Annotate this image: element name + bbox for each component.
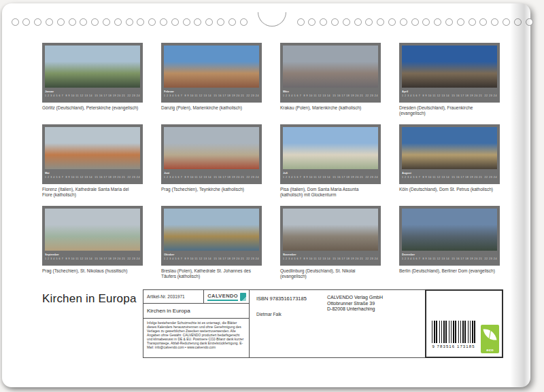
photo-frame: Juni1 2 3 4 5 6 7 8 9 10 11 12 13 14 15 … — [161, 124, 262, 184]
photo-frame: Dezember1 2 3 4 5 6 7 8 9 10 11 12 13 14… — [399, 206, 500, 266]
photo-caption: Prag (Tschechien), Teynkirche (katholisc… — [161, 187, 262, 192]
mini-calendar-days: 1 2 3 4 5 6 7 8 9 10 11 12 13 14 15 16 1… — [402, 94, 497, 98]
punch-hole — [422, 18, 430, 26]
month-label: April — [402, 90, 497, 93]
month-photo — [45, 127, 140, 169]
photo-caption: Dresden (Deutschland), Frauenkirche (eva… — [399, 105, 500, 115]
month-photo — [402, 127, 497, 169]
artikel-row: Artikel-Nr. 2031971 CALVENDO — [143, 290, 249, 304]
month-photo — [283, 127, 378, 169]
photo-frame: Juli1 2 3 4 5 6 7 8 9 10 11 12 13 14 15 … — [280, 124, 381, 184]
punch-hole — [388, 18, 396, 26]
punch-hole — [526, 18, 533, 26]
month-label: August — [402, 171, 497, 175]
photo-frame: April1 2 3 4 5 6 7 8 9 10 11 12 13 14 15… — [399, 43, 500, 103]
photo-caption: Prag (Tschechien), St. Nikolaus (hussiti… — [42, 268, 143, 274]
info-box-left: Artikel-Nr. 2031971 CALVENDO Kirchen in … — [143, 289, 250, 358]
calendar-thumbnail: Oktober1 2 3 4 5 6 7 8 9 10 11 12 13 14 … — [161, 206, 262, 287]
punch-hole — [205, 18, 213, 26]
month-label: Juli — [283, 171, 378, 175]
barcode-number: 9 783516 173185 — [428, 344, 479, 349]
month-photo — [283, 46, 378, 88]
punch-hole — [137, 18, 144, 26]
mini-calendar-days: 1 2 3 4 5 6 7 8 9 10 11 12 13 14 15 16 1… — [283, 257, 378, 261]
publisher-name: CALVENDO Verlag GmbH — [327, 295, 383, 301]
punch-hole — [320, 18, 327, 26]
mini-calendar-days: 1 2 3 4 5 6 7 8 9 10 11 12 13 14 15 16 1… — [402, 257, 497, 261]
photo-frame: November1 2 3 4 5 6 7 8 9 10 11 12 13 14… — [280, 206, 381, 266]
punch-hole — [46, 18, 53, 26]
punch-hole — [400, 18, 407, 26]
isbn-label: ISBN 9783516173185 — [256, 296, 307, 302]
publisher-city: D-82008 Unterhaching — [327, 306, 383, 313]
month-photo — [402, 46, 497, 88]
month-label: Oktober — [164, 253, 259, 256]
punch-hole — [434, 18, 441, 26]
punch-hole — [469, 18, 476, 26]
punch-hole — [377, 18, 384, 26]
punch-hole — [91, 18, 99, 26]
photo-caption: Köln (Deutschland), Dom St. Petrus (kath… — [399, 187, 500, 192]
info-box-publisher: ISBN 9783516173185 CALVENDO Verlag GmbH … — [249, 289, 426, 358]
month-photo — [164, 127, 259, 169]
leaf-icon — [483, 327, 496, 342]
punch-hole — [69, 18, 76, 26]
month-label: Februar — [164, 90, 259, 93]
month-label: Januar — [45, 90, 140, 93]
punch-hole — [479, 18, 487, 26]
hanger-notch — [258, 12, 286, 26]
mini-calendar-days: 1 2 3 4 5 6 7 8 9 10 11 12 13 14 15 16 1… — [283, 94, 378, 98]
photo-caption: Quedlinburg (Deutschland), St. Nikolai (… — [280, 268, 381, 279]
author-label: Dietmar Falk — [256, 312, 282, 317]
mini-calendar-days: 1 2 3 4 5 6 7 8 9 10 11 12 13 14 15 16 1… — [164, 176, 259, 179]
punch-hole — [445, 18, 453, 26]
punch-hole — [171, 18, 179, 26]
calendar-thumbnail: Januar1 2 3 4 5 6 7 8 9 10 11 12 13 14 1… — [42, 43, 143, 124]
month-label: März — [283, 90, 378, 93]
calendar-thumbnail: Februar1 2 3 4 5 6 7 8 9 10 11 12 13 14 … — [161, 43, 262, 124]
photo-frame: Oktober1 2 3 4 5 6 7 8 9 10 11 12 13 14 … — [161, 206, 262, 266]
punch-hole — [194, 18, 201, 26]
calvendo-logo-text: CALVENDO — [207, 293, 238, 299]
calendar-thumbnail: Dezember1 2 3 4 5 6 7 8 9 10 11 12 13 14… — [399, 206, 500, 287]
month-photo — [45, 209, 140, 251]
month-label: November — [283, 253, 378, 256]
photo-frame: September1 2 3 4 5 6 7 8 9 10 11 12 13 1… — [42, 206, 143, 266]
artikel-label: Artikel-Nr. 2031971 — [147, 294, 185, 299]
punch-hole — [411, 18, 419, 26]
eco-label: eco — [486, 348, 493, 352]
calendar-thumbnail: Mai1 2 3 4 5 6 7 8 9 10 11 12 13 14 15 1… — [42, 124, 143, 206]
punch-hole — [103, 18, 110, 26]
calendar-thumbnail: März1 2 3 4 5 6 7 8 9 10 11 12 13 14 15 … — [280, 43, 381, 124]
mini-calendar-days: 1 2 3 4 5 6 7 8 9 10 11 12 13 14 15 16 1… — [45, 94, 140, 98]
calendar-page-icon — [240, 293, 246, 301]
month-label: Juni — [164, 171, 259, 175]
mini-calendar-days: 1 2 3 4 5 6 7 8 9 10 11 12 13 14 15 16 1… — [164, 94, 259, 98]
punch-hole — [297, 18, 305, 26]
month-photo — [164, 209, 259, 251]
punch-hole — [514, 18, 522, 26]
calendar-thumbnail: Juli1 2 3 4 5 6 7 8 9 10 11 12 13 14 15 … — [280, 124, 381, 206]
month-photo — [283, 209, 378, 251]
punch-hole — [343, 18, 350, 26]
punch-hole — [148, 18, 156, 26]
punch-hole — [126, 18, 133, 26]
punch-hole — [503, 18, 510, 26]
punch-hole — [160, 18, 167, 26]
thumbnail-grid: Januar1 2 3 4 5 6 7 8 9 10 11 12 13 14 1… — [42, 43, 500, 287]
punch-hole — [240, 18, 248, 26]
month-photo — [45, 46, 140, 88]
calendar-title: Kirchen in Europa — [143, 304, 249, 319]
punch-hole — [114, 18, 122, 26]
month-photo — [402, 209, 497, 251]
mini-calendar-days: 1 2 3 4 5 6 7 8 9 10 11 12 13 14 15 16 1… — [402, 176, 497, 179]
punch-hole — [217, 18, 224, 26]
punch-hole — [34, 18, 41, 26]
calendar-thumbnail: April1 2 3 4 5 6 7 8 9 10 11 12 13 14 15… — [399, 43, 500, 124]
publisher-street: Ottobrunner Straße 39 — [327, 301, 383, 307]
legal-text: Infolge bestehender Schutzrechte ist es … — [143, 319, 249, 353]
punch-hole — [22, 18, 30, 26]
page-title: Kirchen in Europa — [42, 292, 137, 306]
publisher-address: CALVENDO Verlag GmbH Ottobrunner Straße … — [327, 295, 383, 313]
punch-hole — [57, 18, 65, 26]
